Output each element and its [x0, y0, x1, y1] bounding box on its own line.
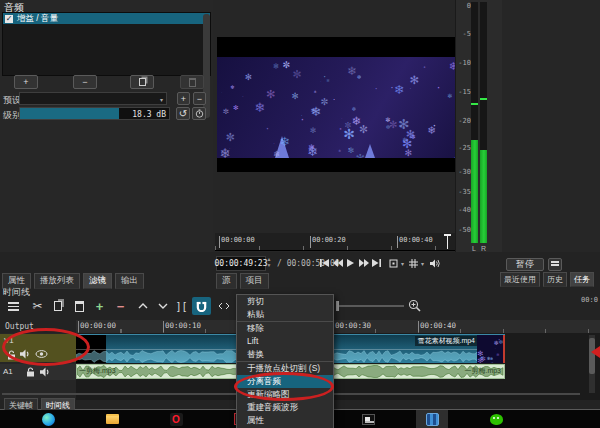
toolbar-corner-fragment: 00:0 [581, 296, 598, 304]
snowflake: ❄ [427, 124, 436, 136]
preview-time-ruler[interactable]: 00:00:0000:00:2000:00:40 [215, 233, 455, 251]
preview-playhead[interactable] [443, 234, 452, 249]
zoom-fit-dropdown[interactable]: ▾ [399, 257, 406, 269]
snowflake: ✼ [491, 362, 494, 363]
time-spinner[interactable]: ▲ ▼ [265, 256, 273, 269]
paste-button[interactable] [70, 297, 89, 315]
snowflake: ✻ [494, 340, 499, 346]
zoom-in-button[interactable] [408, 299, 421, 312]
overwrite-button[interactable] [153, 297, 172, 315]
jobs-tab[interactable]: 任务 [570, 272, 594, 287]
play-button[interactable] [345, 257, 356, 269]
meter-bar-left [471, 140, 478, 243]
fit-screen-icon [389, 259, 398, 268]
jobs-tabs: 最近使用历史任务 [500, 272, 597, 287]
snowflake: ✻ [245, 72, 252, 82]
snowflake: ❄ [352, 114, 362, 128]
snowflake: · [405, 157, 409, 158]
copy-button[interactable] [48, 297, 67, 315]
ruler-tick-label: 00:00:00 [78, 321, 116, 332]
mute-icon[interactable] [40, 367, 51, 377]
zoom-slider-handle[interactable] [336, 301, 339, 311]
grid-button[interactable] [408, 257, 419, 269]
level-keyframe-button[interactable] [192, 107, 206, 120]
append-button[interactable]: + [90, 297, 109, 315]
grid-dropdown[interactable]: ▾ [419, 257, 426, 269]
lift-button[interactable] [133, 297, 152, 315]
channel-label-right: R [481, 245, 486, 252]
dock-tab[interactable]: 输出 [115, 273, 144, 289]
skip-to-end-button[interactable] [371, 257, 382, 269]
filter-list[interactable]: ✓ 增益 / 音量 [2, 12, 211, 76]
remove-filter-button[interactable]: − [73, 75, 97, 89]
context-menu-item[interactable]: 移除 [237, 322, 333, 335]
tree-shape [275, 136, 289, 158]
dock-tab[interactable]: 播放列表 [34, 273, 80, 289]
skip-to-start-button[interactable] [319, 257, 330, 269]
video-editor-app-icon[interactable] [424, 411, 440, 427]
scrub-toggle-button[interactable] [214, 297, 233, 315]
audio-track-header[interactable]: A1 [0, 364, 76, 380]
snowflake: · [390, 82, 393, 93]
dock-tab[interactable]: 滤镜 [83, 273, 112, 289]
spinner-down-icon[interactable]: ▼ [265, 262, 273, 268]
volume-button[interactable] [429, 257, 440, 269]
media-player-icon[interactable] [360, 411, 376, 427]
snowflake: ✼ [490, 357, 493, 361]
preview-tab[interactable]: 项目 [240, 273, 269, 289]
total-duration: / 00:00:50:00 [277, 259, 340, 268]
pause-jobs-button[interactable]: 暂停 [506, 258, 544, 271]
file-explorer-icon[interactable] [104, 411, 120, 427]
jobs-tab[interactable]: 历史 [543, 272, 567, 287]
rewind-button[interactable] [332, 257, 343, 269]
edge-browser-icon[interactable] [40, 411, 56, 427]
copy-filter-button[interactable] [130, 75, 154, 89]
split-button[interactable]: ][ [172, 297, 191, 315]
snowflake: ✼ [385, 116, 390, 123]
add-filter-button[interactable]: + [14, 75, 38, 89]
snowflake-scene: ·✻✼✼✻✻·✼··✼❄✼❄❄✻✼❄✼❄✻✼✻❄··❄❄❄·❄·❄❄·✼··❄✼… [217, 57, 455, 158]
context-menu-item[interactable]: 重建音频波形 [237, 401, 333, 414]
hamburger-icon [551, 261, 559, 268]
preset-delete-button[interactable]: − [193, 92, 206, 105]
opera-browser-icon[interactable]: O [168, 411, 184, 427]
context-menu-item[interactable]: 属性 [237, 414, 333, 427]
snowflake: ❄ [254, 100, 265, 115]
paste-filter-button[interactable] [180, 75, 204, 89]
filter-enabled-checkbox[interactable]: ✓ [5, 15, 13, 23]
fast-forward-button[interactable] [358, 257, 369, 269]
context-menu-item[interactable]: 替换 [237, 348, 333, 362]
filter-row-gain-volume[interactable]: ✓ 增益 / 音量 [3, 13, 210, 24]
snowflake: · [495, 347, 496, 351]
level-slider[interactable]: 18.3 dB [19, 107, 170, 120]
timeline-menu-button[interactable] [4, 297, 23, 315]
clip-end-marker [503, 335, 505, 363]
cut-button[interactable]: ✂ [28, 297, 47, 315]
snowflake: ❄ [310, 106, 316, 115]
undo-icon: ↺ [179, 108, 187, 119]
preset-save-button[interactable]: + [177, 92, 190, 105]
preset-combobox[interactable]: ▾ [19, 92, 167, 105]
snap-toggle-button[interactable] [192, 297, 211, 315]
jobs-tab[interactable]: 最近使用 [500, 272, 540, 287]
ripple-delete-button[interactable]: − [111, 297, 130, 315]
timeline-zoom-slider[interactable] [338, 305, 404, 307]
context-menu-item[interactable]: 剪切 [237, 295, 333, 308]
timeline-ruler[interactable]: 00:00:0000:00:1000:00:2000:00:3000:00:40 [76, 320, 600, 334]
lock-icon[interactable] [26, 367, 35, 377]
snowflake: ✼ [402, 136, 407, 143]
snowflake: ❄ [311, 104, 322, 119]
preview-tab[interactable]: 源 [216, 273, 237, 289]
snowflake: ✻ [356, 152, 365, 158]
context-menu-item[interactable]: Lift [237, 335, 333, 348]
zoom-fit-button[interactable] [388, 257, 399, 269]
level-reset-button[interactable]: ↺ [176, 107, 190, 120]
wechat-icon[interactable] [488, 411, 504, 427]
snowflake: ❄ [339, 127, 342, 131]
timeline-tracks-area[interactable]: ·✼✼✼✻✼·✼·✼✼❄✻✻ 雪花素材视频.mp4 一剪梅.mp3 一剪梅.mp… [76, 333, 600, 400]
context-menu-item[interactable]: 粘贴 [237, 308, 333, 322]
current-time-field[interactable]: 00:00:49:23 [216, 256, 266, 271]
snowflake: ❄ [357, 74, 362, 80]
jobs-menu-button[interactable] [548, 258, 562, 271]
snowflake: ✻ [338, 149, 341, 153]
